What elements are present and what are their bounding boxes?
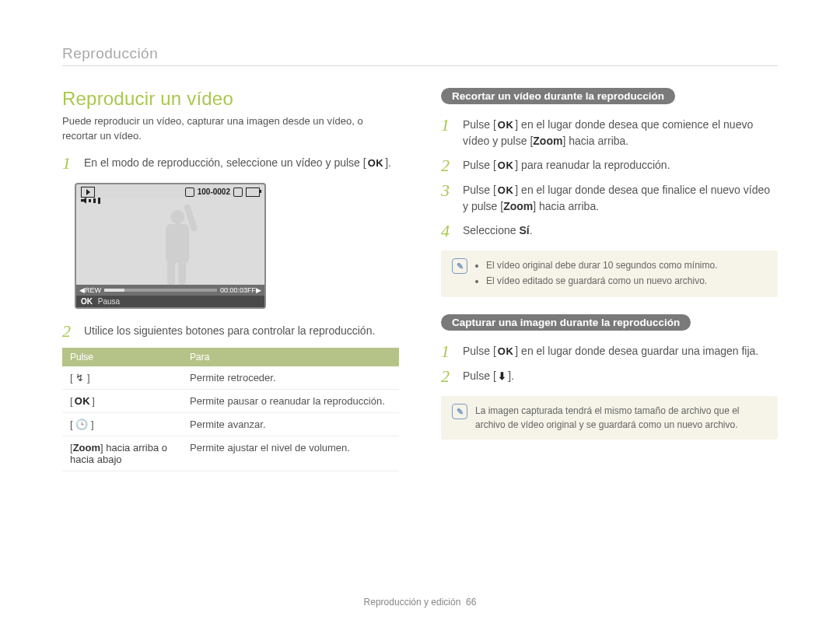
divider <box>62 65 778 66</box>
camera-preview <box>76 198 264 285</box>
note-icon: ✎ <box>452 404 467 419</box>
zoom-label: Zoom <box>503 200 533 212</box>
step-number: 2 <box>441 368 455 385</box>
step-number: 1 <box>62 155 76 172</box>
card-icon <box>185 187 194 197</box>
step-number: 1 <box>441 343 455 360</box>
trim-step-2: 2 Pulse [OK] para reanudar la reproducci… <box>441 157 778 174</box>
step-text: En el modo de reproducción, seleccione u… <box>84 155 391 171</box>
subsection-header-trim: Recortar un vídeo durante la reproducció… <box>441 88 675 104</box>
zoom-label: Zoom <box>73 442 100 454</box>
rew-label: REW <box>85 286 101 294</box>
step-text: Pulse [OK] en el lugar donde desea que f… <box>463 182 778 215</box>
manual-page: Reproducción Reproducir un vídeo Puede r… <box>0 0 840 634</box>
step-text: Pulse [OK] en el lugar donde desea que c… <box>463 117 778 149</box>
table-header-for: Para <box>182 348 399 366</box>
elapsed-time: 00:00:03 <box>220 286 247 294</box>
step-text: Pulse [OK] en el lugar donde desea guard… <box>463 343 758 359</box>
table-cell: Permite retroceder. <box>182 366 399 390</box>
controls-table: Pulse Para [ ] Permite retroceder. [OK] … <box>62 348 399 471</box>
note-item: El vídeo editado se guardará como un nue… <box>486 274 718 288</box>
step-number: 1 <box>441 117 455 134</box>
table-cell: Permite ajustar el nivel de volumen. <box>182 436 399 471</box>
right-column: Recortar un vídeo durante la reproducció… <box>441 88 778 471</box>
ok-indicator: OK <box>81 297 93 306</box>
table-cell: Permite avanzar. <box>182 412 399 436</box>
ok-button-label: OK <box>496 117 516 133</box>
left-column: Reproducir un vídeo Puede reproducir un … <box>62 88 399 471</box>
page-footer: Reproducción y edición 66 <box>0 597 840 608</box>
play-mode-icon <box>81 187 95 198</box>
step-number: 2 <box>441 157 455 174</box>
capture-step-1: 1 Pulse [OK] en el lugar donde desea gua… <box>441 343 778 360</box>
step-number: 4 <box>441 222 455 240</box>
flash-icon <box>75 372 84 384</box>
table-cell: Permite pausar o reanudar la reproducció… <box>182 389 399 412</box>
battery-icon <box>246 187 260 197</box>
rew-arrow-icon: ◀ <box>79 286 85 294</box>
ff-label: FF <box>247 286 256 294</box>
left-step-2: 2 Utilice los siguientes botones para co… <box>62 323 399 340</box>
note-icon: ✎ <box>452 258 467 274</box>
capture-step-2: 2 Pulse []. <box>441 368 778 385</box>
camera-screen-illustration: 100-0002 <box>75 183 266 309</box>
note-box-trim: ✎ El vídeo original debe durar 10 segund… <box>441 250 778 297</box>
subsection-header-capture: Capturar una imagen durante la reproducc… <box>441 314 691 331</box>
trim-step-1: 1 Pulse [OK] en el lugar donde desea que… <box>441 117 778 149</box>
folder-icon <box>233 187 243 197</box>
two-column-layout: Reproducir un vídeo Puede reproducir un … <box>62 88 778 471</box>
video-thumbnail-figure <box>159 210 195 285</box>
step-number: 3 <box>441 182 455 199</box>
ff-arrow-icon: ▶ <box>256 286 261 294</box>
ok-button-label: OK <box>73 395 93 407</box>
down-icon <box>496 369 509 384</box>
ok-button-label: OK <box>366 156 386 171</box>
trim-step-4: 4 Seleccione Sí. <box>441 222 778 240</box>
page-number: 66 <box>466 597 476 608</box>
section-header: Reproducción <box>62 45 778 62</box>
table-row: [Zoom] hacia arriba o hacia abajo Permit… <box>62 436 399 471</box>
footer-section: Reproducción y edición <box>364 597 461 608</box>
left-step-1: 1 En el modo de reproducción, seleccione… <box>62 155 399 172</box>
step-text: Pulse []. <box>463 368 514 384</box>
timer-icon <box>75 419 88 430</box>
table-header-press: Pulse <box>62 348 182 366</box>
table-row: [ ] Permite avanzar. <box>62 412 399 436</box>
step-text: Pulse [OK] para reanudar la reproducción… <box>463 157 670 173</box>
ok-button-label: OK <box>496 344 516 359</box>
page-title: Reproducir un vídeo <box>62 88 399 110</box>
step-text-fragment: En el modo de reproducción, seleccione u… <box>84 156 366 169</box>
file-counter: 100-0002 <box>198 187 230 196</box>
camera-footer: OK Pausa <box>76 296 264 307</box>
note-box-capture: ✎ La imagen capturada tendrá el mismo ta… <box>441 396 778 440</box>
yes-label: Sí <box>519 224 529 236</box>
step-text: Seleccione Sí. <box>463 222 533 239</box>
note-item: El vídeo original debe durar 10 segundos… <box>486 258 718 272</box>
volume-indicator <box>81 198 100 204</box>
step-number: 2 <box>62 323 76 340</box>
ok-button-label: OK <box>496 183 516 198</box>
zoom-label: Zoom <box>533 135 562 147</box>
ok-button-label: OK <box>496 158 516 173</box>
step-text-fragment: ]. <box>385 156 391 169</box>
camera-top-bar: 100-0002 <box>76 184 264 198</box>
table-row: [ ] Permite retroceder. <box>62 366 399 390</box>
step-text: Utilice los siguientes botones para cont… <box>84 323 375 339</box>
note-text: La imagen capturada tendrá el mismo tama… <box>475 404 767 432</box>
progress-bar: ◀ REW 00:00:03 FF ▶ <box>76 285 264 296</box>
table-row: [OK] Permite pausar o reanudar la reprod… <box>62 389 399 412</box>
pause-label: Pausa <box>98 297 120 306</box>
trim-step-3: 3 Pulse [OK] en el lugar donde desea que… <box>441 182 778 215</box>
intro-text: Puede reproducir un vídeo, capturar una … <box>62 114 399 144</box>
